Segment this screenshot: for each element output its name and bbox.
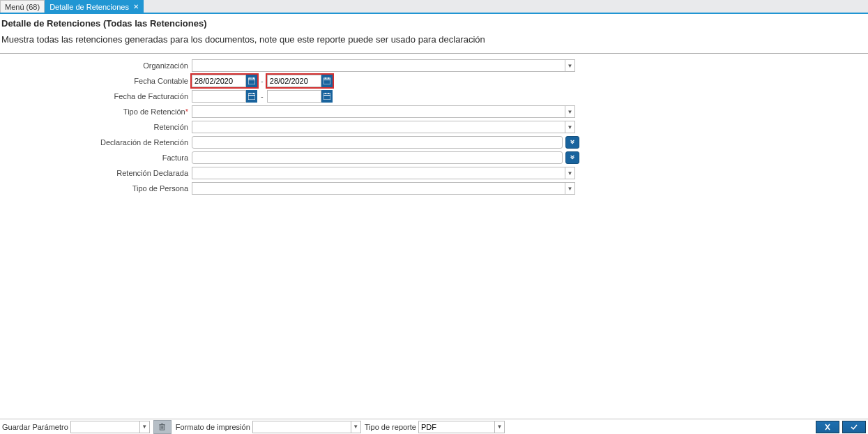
retencion-combo[interactable]: ▼	[192, 121, 575, 133]
x-icon	[823, 424, 832, 431]
chevron-down-icon[interactable]: ▼	[565, 59, 575, 72]
page-title: Detalle de Retenciones (Todas las Retenc…	[0, 14, 868, 30]
tipo-persona-combo[interactable]: ▼	[192, 182, 575, 195]
calendar-icon[interactable]	[246, 90, 257, 103]
confirm-button[interactable]	[842, 421, 866, 433]
tab-active-label: Detalle de Retenciones	[50, 3, 129, 11]
label-organizacion: Organización	[0, 61, 192, 70]
fecha-contable-to[interactable]	[267, 75, 333, 87]
tab-strip: Menú (68) Detalle de Retenciones ✕	[0, 0, 868, 14]
chevron-down-icon[interactable]: ▼	[565, 121, 575, 133]
retencion-declarada-input[interactable]	[192, 167, 565, 179]
fecha-facturacion-to[interactable]	[267, 90, 333, 103]
label-factura: Factura	[0, 154, 192, 162]
retencion-input[interactable]	[192, 121, 565, 133]
tab-menu[interactable]: Menú (68)	[0, 0, 45, 13]
label-tipo-persona: Tipo de Persona	[0, 184, 192, 193]
form: Organización ▼ Fecha Contable - Fec	[0, 59, 868, 195]
chevron-down-icon[interactable]: ▼	[495, 421, 505, 433]
fecha-contable-from[interactable]	[192, 75, 257, 87]
label-retencion: Retención	[0, 123, 192, 131]
fecha-contable-range: -	[192, 75, 333, 87]
factura-input[interactable]	[192, 151, 563, 164]
guardar-parametro-combo[interactable]: ▼	[70, 421, 150, 433]
factura-field[interactable]	[192, 151, 579, 164]
declaracion-retencion-field[interactable]	[192, 136, 579, 149]
chevron-down-icon[interactable]: ▼	[351, 421, 361, 433]
formato-impresion-input[interactable]	[252, 421, 351, 433]
formato-impresion-combo[interactable]: ▼	[252, 421, 361, 433]
tipo-persona-input[interactable]	[192, 182, 565, 195]
guardar-parametro-input[interactable]	[70, 421, 140, 433]
tipo-reporte-combo[interactable]: ▼	[418, 421, 505, 433]
formato-impresion-label: Formato de impresión	[176, 423, 250, 431]
svg-rect-8	[248, 93, 255, 100]
calendar-icon[interactable]	[321, 75, 333, 87]
check-icon	[849, 424, 859, 431]
label-declaracion-retencion: Declaración de Retención	[0, 138, 192, 147]
guardar-parametro-label: Guardar Parámetro	[2, 423, 68, 431]
lookup-icon[interactable]	[565, 151, 579, 164]
label-tipo-retencion: Tipo de Retención*	[0, 107, 192, 116]
declaracion-retencion-input[interactable]	[192, 136, 563, 149]
bottom-bar: Guardar Parámetro ▼ Formato de impresión…	[0, 419, 868, 434]
organizacion-input[interactable]	[192, 59, 565, 72]
chevron-down-icon[interactable]: ▼	[565, 167, 575, 179]
retencion-declarada-combo[interactable]: ▼	[192, 167, 575, 179]
svg-rect-0	[248, 78, 255, 84]
tipo-retencion-combo[interactable]: ▼	[192, 105, 575, 118]
fecha-facturacion-to-input[interactable]	[267, 90, 321, 103]
close-icon[interactable]: ✕	[133, 3, 139, 10]
tab-menu-label: Menú (68)	[5, 3, 40, 11]
fecha-facturacion-from[interactable]	[192, 90, 257, 103]
organizacion-combo[interactable]: ▼	[192, 59, 575, 72]
date-separator: -	[261, 77, 264, 85]
tipo-reporte-label: Tipo de reporte	[365, 423, 416, 431]
trash-icon	[158, 423, 166, 431]
fecha-contable-to-input[interactable]	[267, 75, 321, 87]
date-separator: -	[261, 92, 264, 100]
delete-button[interactable]	[153, 420, 172, 434]
cancel-button[interactable]	[816, 421, 839, 433]
fecha-facturacion-from-input[interactable]	[192, 90, 246, 103]
label-fecha-contable: Fecha Contable	[0, 77, 192, 85]
svg-rect-4	[323, 78, 330, 84]
fecha-contable-from-input[interactable]	[192, 75, 246, 87]
label-fecha-facturacion: Fecha de Facturación	[0, 92, 192, 100]
calendar-icon[interactable]	[321, 90, 333, 103]
lookup-icon[interactable]	[565, 136, 579, 149]
chevron-down-icon[interactable]: ▼	[565, 105, 575, 118]
fecha-facturacion-range: -	[192, 90, 333, 103]
label-retencion-declarada: Retención Declarada	[0, 169, 192, 177]
tipo-retencion-input[interactable]	[192, 105, 565, 118]
page-subtitle: Muestra todas las retenciones generadas …	[0, 30, 868, 54]
chevron-down-icon[interactable]: ▼	[565, 182, 575, 195]
svg-rect-12	[323, 93, 330, 100]
tipo-reporte-input[interactable]	[418, 421, 495, 433]
tab-detalle-retenciones[interactable]: Detalle de Retenciones ✕	[45, 0, 144, 13]
calendar-icon[interactable]	[246, 75, 257, 87]
chevron-down-icon[interactable]: ▼	[140, 421, 150, 433]
